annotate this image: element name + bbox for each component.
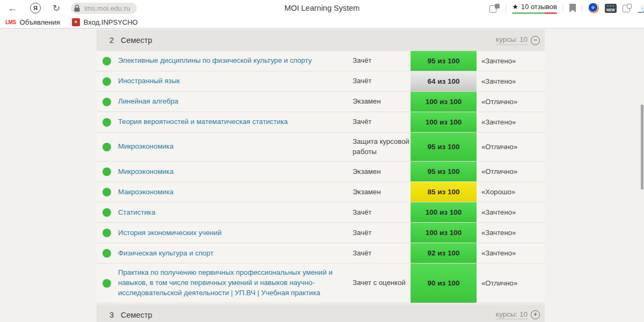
- course-link[interactable]: Микроэкономика: [118, 162, 353, 181]
- course-link[interactable]: Линейная алгебра: [118, 92, 353, 112]
- course-status-dot: [103, 57, 111, 65]
- semester-2-header: 2 Семестр курсы: 10 −: [97, 30, 545, 51]
- course-link[interactable]: История экономических учений: [118, 223, 353, 243]
- address-bar[interactable]: lms.moi.edu.ru: [71, 3, 136, 14]
- bookmark-inpsycho-login[interactable]: ✶ Вход.INPSYCHO: [72, 18, 138, 26]
- result-text: «Отлично»: [477, 133, 545, 161]
- refresh-icon[interactable]: ↻: [53, 4, 60, 13]
- assessment-type: Экзамен: [353, 182, 411, 202]
- course-status-dot: [103, 208, 111, 217]
- bookmark-label: Объявления: [20, 18, 60, 26]
- course-status-dot: [103, 279, 111, 288]
- score-badge: 100 из 100: [411, 223, 477, 243]
- course-link[interactable]: Физическая культура и спорт: [118, 243, 353, 263]
- lock-icon: [73, 4, 81, 12]
- site-reviews-button[interactable]: ★ 10 отзывов: [512, 3, 557, 14]
- semester-number: 3: [109, 311, 114, 319]
- star-icon: ★: [512, 3, 518, 10]
- result-text: «Отлично»: [477, 92, 545, 112]
- result-text: «Зачтено»: [477, 243, 545, 263]
- course-link[interactable]: Иностранный язык: [118, 71, 353, 91]
- score-badge: 95 из 100: [411, 162, 477, 181]
- course-status-dot: [103, 229, 111, 237]
- course-row: Физическая культура и спорт Зачёт 92 из …: [97, 243, 545, 264]
- score-badge: 85 из 100: [411, 182, 477, 202]
- assessment-type: Экзамен: [353, 92, 411, 112]
- course-link[interactable]: Элективные дисциплины по физической куль…: [118, 51, 353, 71]
- course-status-dot: [103, 143, 111, 151]
- url-text: lms.moi.edu.ru: [84, 4, 130, 12]
- assessment-type: Зачёт: [353, 71, 411, 91]
- lms-favicon: LMS: [5, 19, 16, 25]
- assessment-type: Зачёт: [353, 51, 411, 71]
- course-status-dot: [103, 118, 111, 127]
- gradebook-table: 2 Семестр курсы: 10 − Элективные дисципл…: [97, 30, 545, 322]
- bookmark-announcements[interactable]: LMS Объявления: [5, 18, 60, 26]
- score-badge: 92 из 100: [411, 243, 477, 263]
- score-badge: 100 из 100: [411, 202, 477, 222]
- score-badge: 100 из 100: [411, 112, 477, 132]
- back-icon[interactable]: ←: [8, 3, 17, 13]
- status-cell: [97, 71, 118, 91]
- toolbar-right-icons: ★ 10 отзывов NEW ↓ 2: [489, 3, 644, 14]
- course-link[interactable]: Практика по получению первичных професси…: [118, 264, 353, 302]
- reviews-count-label: 10 отзывов: [521, 3, 557, 11]
- course-link[interactable]: Макроэкономика: [118, 182, 353, 202]
- semester-3-header: 3 Семестр курсы: 10 +: [97, 304, 545, 322]
- courses-count-link[interactable]: курсы: 10: [496, 35, 528, 45]
- result-text: «Зачтено»: [477, 51, 545, 71]
- browser-toolbar: ← Я ↻ lms.moi.edu.ru MOI Learning System…: [0, 0, 644, 16]
- status-cell: [97, 202, 118, 222]
- course-row: Теория вероятностей и математическая ста…: [97, 112, 545, 133]
- lms-page: 2 Семестр курсы: 10 − Элективные дисципл…: [0, 29, 644, 322]
- new-badge-label: NEW: [606, 8, 615, 12]
- vertical-scrollbar[interactable]: [641, 105, 643, 189]
- result-text: «Хорошо»: [477, 182, 545, 202]
- semester-title: Семестр: [121, 311, 152, 319]
- bookmarks-bar: LMS Объявления ✶ Вход.INPSYCHO: [0, 16, 644, 28]
- course-row: Практика по получению первичных професси…: [97, 264, 545, 303]
- yandex-icon[interactable]: Я: [30, 3, 41, 13]
- expand-icon[interactable]: +: [531, 310, 540, 319]
- status-cell: [97, 162, 118, 181]
- collapse-icon[interactable]: −: [531, 36, 540, 45]
- movies-new-icon[interactable]: NEW: [605, 4, 617, 13]
- reviews-rating-bar: [512, 12, 557, 14]
- assessment-type: Зачет с оценкой: [353, 264, 411, 302]
- course-link[interactable]: Теория вероятностей и математическая ста…: [118, 112, 353, 132]
- course-status-dot: [103, 77, 111, 86]
- courses-count-link[interactable]: курсы: 10: [496, 310, 528, 319]
- status-cell: [97, 51, 118, 71]
- course-link[interactable]: Статистика: [118, 202, 353, 222]
- downloads-icon[interactable]: ↓ 2: [638, 4, 644, 13]
- course-status-dot: [103, 249, 111, 258]
- score-badge: 64 из 100: [411, 71, 477, 91]
- result-text: «Зачтено»: [477, 112, 545, 132]
- collections-icon[interactable]: [623, 4, 632, 12]
- score-badge: 95 из 100: [411, 133, 477, 161]
- status-cell: [97, 92, 118, 112]
- course-row: История экономических учений Зачёт 100 и…: [97, 223, 545, 243]
- bookmark-label: Вход.INPSYCHO: [84, 18, 138, 26]
- result-text: «Отлично»: [477, 162, 545, 181]
- course-row: Микроэкономика Защита курсовой работы 95…: [97, 133, 545, 162]
- course-row: Макроэкономика Экзамен 85 из 100 «Хорошо…: [97, 182, 545, 202]
- course-status-dot: [103, 167, 111, 176]
- course-row: Микроэкономика Экзамен 95 из 100 «Отличн…: [97, 162, 545, 182]
- course-link[interactable]: Микроэкономика: [118, 133, 353, 161]
- course-status-dot: [103, 98, 111, 106]
- course-row: Статистика Зачёт 100 из 100 «Зачтено»: [97, 202, 545, 223]
- page-title: MOI Learning System: [284, 4, 360, 12]
- status-cell: [97, 182, 118, 202]
- status-cell: [97, 264, 118, 302]
- status-cell: [97, 112, 118, 132]
- extension-icon[interactable]: [588, 3, 599, 13]
- assessment-type: Зачёт: [353, 223, 411, 243]
- result-text: «Отлично»: [477, 264, 545, 302]
- course-row: Линейная алгебра Экзамен 100 из 100 «Отл…: [97, 92, 545, 112]
- assessment-type: Зачёт: [353, 202, 411, 222]
- score-badge: 100 из 100: [411, 92, 477, 112]
- bookmark-icon[interactable]: [569, 4, 576, 12]
- tab-groups-icon[interactable]: [489, 4, 500, 13]
- result-text: «Зачтено»: [477, 223, 545, 243]
